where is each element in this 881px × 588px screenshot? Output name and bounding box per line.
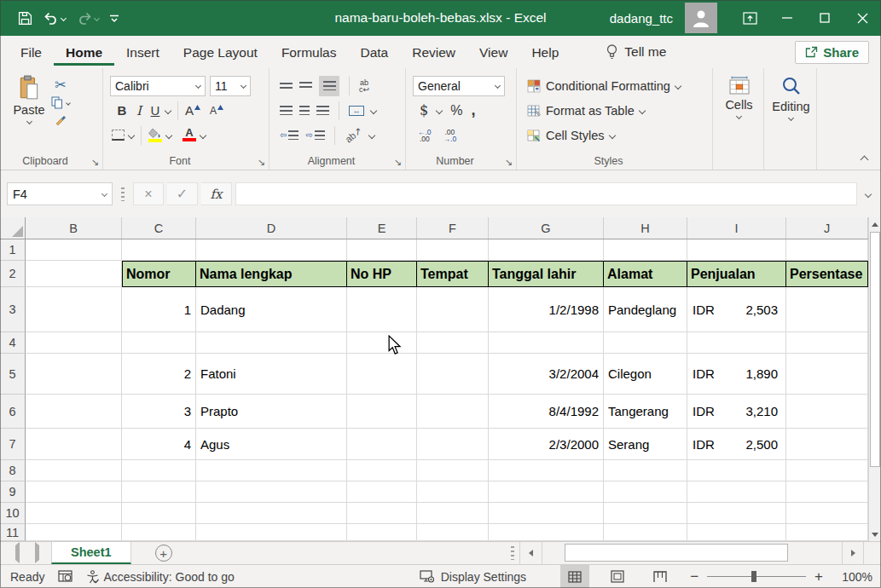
prev-sheet-button[interactable] xyxy=(15,545,20,561)
cell-D5[interactable]: Fatoni xyxy=(196,354,347,395)
macro-record-button[interactable] xyxy=(58,570,72,583)
fill-color-button[interactable] xyxy=(148,129,162,142)
expand-formula-bar-button[interactable] xyxy=(861,192,876,197)
cell-J7[interactable] xyxy=(786,429,868,460)
cell-C1[interactable] xyxy=(122,239,196,261)
cell-styles-button[interactable]: Cell Styles xyxy=(527,123,707,147)
cell-H1[interactable] xyxy=(604,239,687,261)
cell-E5[interactable] xyxy=(347,354,417,395)
cell-J4[interactable] xyxy=(786,332,868,354)
cell-B9[interactable] xyxy=(26,481,122,503)
underline-button[interactable]: U xyxy=(149,103,161,118)
account-user-name[interactable]: dadang_ttc xyxy=(610,11,673,26)
cell-C5[interactable]: 2 xyxy=(122,354,196,395)
accessibility-checker[interactable]: Accessibility: Good to go xyxy=(86,570,234,584)
cell-H7[interactable]: Serang xyxy=(604,429,687,460)
middle-align-button[interactable] xyxy=(299,82,312,89)
cell-H3[interactable]: Pandeglang xyxy=(604,287,687,332)
cell-F3[interactable] xyxy=(417,287,489,332)
cell-I9[interactable] xyxy=(687,481,786,503)
row-header-5[interactable]: 5 xyxy=(0,354,26,395)
cells-button[interactable]: Cells xyxy=(720,73,758,118)
number-format-dropdown-icon[interactable] xyxy=(495,83,501,89)
cell-C8[interactable] xyxy=(122,460,196,481)
orientation-dropdown-icon[interactable] xyxy=(368,131,375,138)
display-settings-button[interactable]: Display Settings xyxy=(420,570,526,584)
row-header-11[interactable]: 11 xyxy=(0,524,26,541)
cell-J6[interactable] xyxy=(786,395,868,429)
fill-color-dropdown-icon[interactable] xyxy=(165,131,172,138)
cell-H10[interactable] xyxy=(604,503,687,524)
cell-B2[interactable] xyxy=(26,261,122,287)
accounting-format-button[interactable]: $ xyxy=(420,102,428,118)
cell-styles-dropdown-icon[interactable] xyxy=(608,131,615,138)
cell-F8[interactable] xyxy=(417,460,489,481)
cell-E4[interactable] xyxy=(347,332,417,354)
font-dialog-launcher[interactable]: ↘ xyxy=(258,158,265,167)
format-as-table-dropdown-icon[interactable] xyxy=(638,107,645,113)
cell-H6[interactable]: Tangerang xyxy=(604,395,687,429)
cell-J8[interactable] xyxy=(786,460,868,481)
wrap-text-button[interactable]: abc↩ xyxy=(359,79,369,93)
column-header-F[interactable]: F xyxy=(417,217,489,239)
borders-dropdown-icon[interactable] xyxy=(128,131,135,138)
tab-review[interactable]: Review xyxy=(400,38,467,66)
increase-font-size-button[interactable]: A xyxy=(185,103,200,118)
redo-dropdown-icon[interactable] xyxy=(94,14,100,20)
cell-D9[interactable] xyxy=(196,481,347,503)
cell-H8[interactable] xyxy=(604,460,687,481)
cell-H9[interactable] xyxy=(604,481,687,503)
cell-I4[interactable] xyxy=(687,332,786,354)
center-button[interactable] xyxy=(299,106,310,115)
column-header-D[interactable]: D xyxy=(196,217,347,239)
tab-file[interactable]: File xyxy=(9,38,54,66)
cell-C6[interactable]: 3 xyxy=(122,395,196,429)
row-header-2[interactable]: 2 xyxy=(0,261,26,287)
zoom-in-button[interactable]: + xyxy=(814,568,823,585)
tab-insert[interactable]: Insert xyxy=(114,38,171,66)
formula-input[interactable] xyxy=(235,182,857,205)
number-format-combo[interactable]: General xyxy=(413,76,505,96)
collapse-ribbon-button[interactable] xyxy=(861,156,869,164)
cell-E9[interactable] xyxy=(347,481,417,503)
row-header-3[interactable]: 3 xyxy=(0,287,26,332)
copy-button[interactable] xyxy=(51,96,70,109)
increase-indent-button[interactable]: ⇨ xyxy=(305,130,324,140)
decrease-indent-button[interactable]: ⇦ xyxy=(280,130,298,140)
zoom-slider[interactable] xyxy=(707,576,806,577)
row-header-1[interactable]: 1 xyxy=(0,239,26,261)
paste-dropdown-icon[interactable] xyxy=(26,118,32,124)
cell-J5[interactable] xyxy=(786,354,868,395)
copy-dropdown-icon[interactable] xyxy=(66,101,71,106)
undo-button[interactable] xyxy=(40,9,68,28)
cell-F6[interactable] xyxy=(417,395,489,429)
cell-D11[interactable] xyxy=(196,524,347,541)
increase-decimal-button[interactable]: ←.0.00 xyxy=(418,129,432,142)
cell-G2[interactable]: Tanggal lahir xyxy=(489,261,604,287)
tab-scroll-splitter[interactable] xyxy=(511,546,514,560)
cell-H4[interactable] xyxy=(604,332,687,354)
name-box[interactable]: F4 xyxy=(7,182,113,205)
ribbon-display-options-button[interactable] xyxy=(731,0,768,36)
zoom-out-button[interactable]: − xyxy=(690,568,698,585)
cancel-button[interactable]: × xyxy=(133,182,164,205)
cell-E10[interactable] xyxy=(347,503,417,524)
cell-B1[interactable] xyxy=(26,239,122,261)
select-all-button[interactable] xyxy=(0,217,26,239)
cell-F2[interactable]: Tempat xyxy=(417,261,489,287)
cell-D6[interactable]: Prapto xyxy=(196,395,347,429)
cell-I2[interactable]: Penjualan xyxy=(687,261,786,287)
scroll-left-button[interactable] xyxy=(519,542,542,564)
sheet-tab-sheet1[interactable]: Sheet1 xyxy=(51,542,131,564)
top-align-button[interactable] xyxy=(280,83,293,89)
borders-button[interactable] xyxy=(112,130,125,141)
cell-F9[interactable] xyxy=(417,481,489,503)
cell-F10[interactable] xyxy=(417,503,489,524)
cell-B3[interactable] xyxy=(26,287,122,332)
cell-B4[interactable] xyxy=(26,332,122,354)
enter-button[interactable]: ✓ xyxy=(167,182,198,205)
tab-view[interactable]: View xyxy=(467,38,519,66)
cell-I6[interactable]: IDR3,210 xyxy=(687,395,786,429)
zoom-slider-handle[interactable] xyxy=(751,571,756,582)
save-button[interactable] xyxy=(15,9,35,28)
